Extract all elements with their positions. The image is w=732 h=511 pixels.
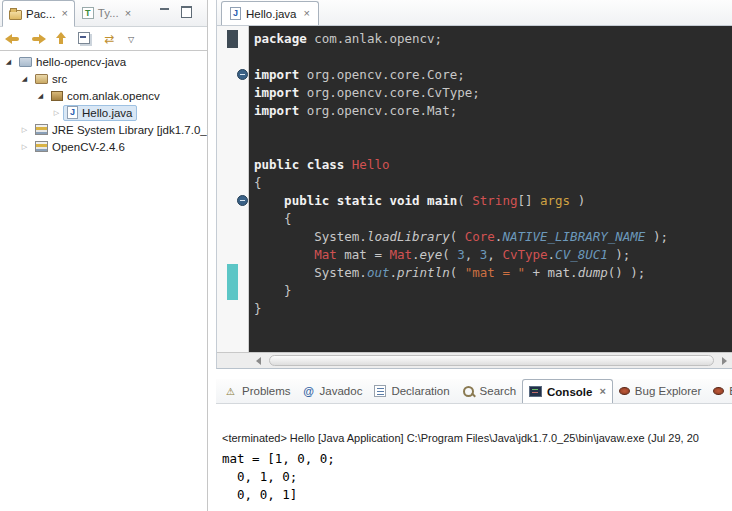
code-line: public static void main( String[] args ) <box>254 192 732 210</box>
tree-item-com-anlak-opencv[interactable]: ◢com.anlak.opencv <box>0 87 207 104</box>
view-window-controls <box>159 6 193 18</box>
library-icon <box>35 124 48 135</box>
tree-item-content: OpenCV-2.4.6 <box>31 139 129 155</box>
up-icon[interactable] <box>51 29 72 49</box>
collapse-icon[interactable]: ◢ <box>18 70 31 87</box>
console-output[interactable]: mat = [1, 0, 0; 0, 1, 0; 0, 0, 1] <box>222 450 732 504</box>
tree-item-label: Hello.java <box>82 107 133 119</box>
back-icon[interactable] <box>3 29 24 49</box>
code-line: import org.opencv.core.Mat; <box>254 102 732 120</box>
code-line: { <box>254 174 732 192</box>
explorer-toolbar <box>0 27 207 51</box>
bottom-tabbar: ProblemsJavadocDeclarationSearchConsole×… <box>216 379 732 404</box>
code-line: System.loadLibrary( Core.NATIVE_LIBRARY_… <box>254 228 732 246</box>
editor-tab-hello-java[interactable]: Hello.java × <box>221 1 319 25</box>
library-icon <box>35 141 48 152</box>
code-line: Mat mat = Mat.eye( 3, 3, CvType.CV_8UC1 … <box>254 246 732 264</box>
expand-icon[interactable]: ▷ <box>18 138 31 155</box>
tree-item-opencv-2-4-6[interactable]: ▷OpenCV-2.4.6 <box>0 138 207 155</box>
project-tree: ◢hello-opencv-java◢src◢com.anlak.opencv▷… <box>0 51 207 155</box>
declaration-icon <box>374 385 386 397</box>
collapse-icon[interactable]: ◢ <box>2 53 15 70</box>
project-icon <box>19 57 32 67</box>
editor-gutter[interactable] <box>217 26 249 352</box>
tree-item-label: com.anlak.opencv <box>67 90 160 102</box>
tree-item-label: JRE System Library [jdk1.7.0_25] <box>52 124 207 136</box>
code-line: package com.anlak.opencv; <box>254 30 732 48</box>
console-view: <terminated> Hello [Java Application] C:… <box>216 404 732 504</box>
tab-label: Javadoc <box>320 385 363 397</box>
code-line: public class Hello <box>254 156 732 174</box>
tab-label: Declaration <box>391 385 449 397</box>
code-line: } <box>254 282 732 300</box>
package-explorer-icon <box>9 10 22 20</box>
tab-declaration[interactable]: Declaration <box>368 379 455 403</box>
code-line: import org.opencv.core.CvType; <box>254 84 732 102</box>
bug-icon <box>713 387 724 395</box>
tree-item-label: src <box>52 73 67 85</box>
code-line: import org.opencv.core.Core; <box>254 66 732 84</box>
bug-icon <box>619 387 630 395</box>
code-line: { <box>254 210 732 228</box>
tree-item-content: com.anlak.opencv <box>47 88 164 104</box>
tab-label: Problems <box>242 385 291 397</box>
console-process-header: <terminated> Hello [Java Application] C:… <box>222 432 732 444</box>
view-tab-pac[interactable]: Pac...× <box>2 0 75 27</box>
tree-item-content: Hello.java <box>63 105 137 121</box>
editor-horizontal-scrollbar[interactable] <box>217 352 732 368</box>
tree-item-jre-system-library-jdk1-7-0-25[interactable]: ▷JRE System Library [jdk1.7.0_25] <box>0 121 207 138</box>
collapse-icon[interactable]: ◢ <box>34 87 47 104</box>
bottom-views-panel: ProblemsJavadocDeclarationSearchConsole×… <box>216 379 732 511</box>
code-lines[interactable]: package com.anlak.opencv; import org.ope… <box>250 26 732 352</box>
tree-item-hello-opencv-java[interactable]: ◢hello-opencv-java <box>0 53 207 70</box>
view-tab-label: Pac... <box>26 8 55 20</box>
package-icon <box>51 91 63 101</box>
view-menu-icon[interactable] <box>123 29 139 49</box>
expand-icon[interactable]: ▷ <box>18 121 31 138</box>
fold-collapse-icon[interactable] <box>237 195 248 206</box>
close-icon[interactable]: × <box>599 386 605 397</box>
tab-javadoc[interactable]: Javadoc <box>297 379 369 403</box>
tree-item-content: JRE System Library [jdk1.7.0_25] <box>31 122 207 138</box>
close-icon[interactable]: × <box>61 8 67 19</box>
tree-item-content: hello-opencv-java <box>15 54 130 70</box>
expand-icon[interactable]: ▷ <box>50 104 63 121</box>
tab-search[interactable]: Search <box>456 379 522 403</box>
tree-item-label: OpenCV-2.4.6 <box>52 141 125 153</box>
link-with-editor-icon[interactable] <box>99 29 120 49</box>
scroll-right-icon[interactable] <box>716 353 732 368</box>
tab-bug[interactable]: Bug <box>707 379 732 403</box>
selection-range-marker <box>227 264 238 300</box>
javadoc-icon <box>303 385 315 397</box>
code-editor: package com.anlak.opencv; import org.ope… <box>217 26 732 352</box>
tab-problems[interactable]: Problems <box>218 379 297 403</box>
fold-collapse-icon[interactable] <box>237 69 248 80</box>
code-line: System.out.println( "mat = " + mat.dump(… <box>254 264 732 282</box>
view-tab-ty[interactable]: Ty...× <box>75 0 138 26</box>
tree-item-src[interactable]: ◢src <box>0 70 207 87</box>
scroll-left-icon[interactable] <box>250 353 266 368</box>
range-indicator-marker <box>227 30 238 48</box>
problems-icon <box>224 385 237 397</box>
tree-item-hello-java[interactable]: ▷Hello.java <box>0 104 207 121</box>
editor-area: Hello.java × package com.anlak.opencv; i… <box>216 0 732 369</box>
java-file-icon <box>67 106 78 119</box>
tab-bug-explorer[interactable]: Bug Explorer <box>613 379 707 403</box>
code-line <box>254 48 732 66</box>
close-icon[interactable]: × <box>125 8 131 19</box>
minimize-view-button[interactable] <box>159 6 172 18</box>
maximize-view-button[interactable] <box>180 6 193 18</box>
tree-item-label: hello-opencv-java <box>36 56 126 68</box>
collapse-all-icon[interactable] <box>75 29 96 49</box>
tab-label: Bug Explorer <box>635 385 701 397</box>
search-icon <box>462 385 475 398</box>
code-line <box>254 120 732 138</box>
explorer-tabbar: Pac...×Ty...× <box>0 0 207 27</box>
scrollbar-thumb[interactable] <box>269 355 714 366</box>
close-icon[interactable]: × <box>304 8 310 19</box>
minimize-icon <box>159 6 170 16</box>
editor-tab-label: Hello.java <box>246 8 297 20</box>
tab-console[interactable]: Console× <box>522 379 613 404</box>
type-hierarchy-icon <box>82 7 94 19</box>
forward-icon[interactable] <box>27 29 48 49</box>
